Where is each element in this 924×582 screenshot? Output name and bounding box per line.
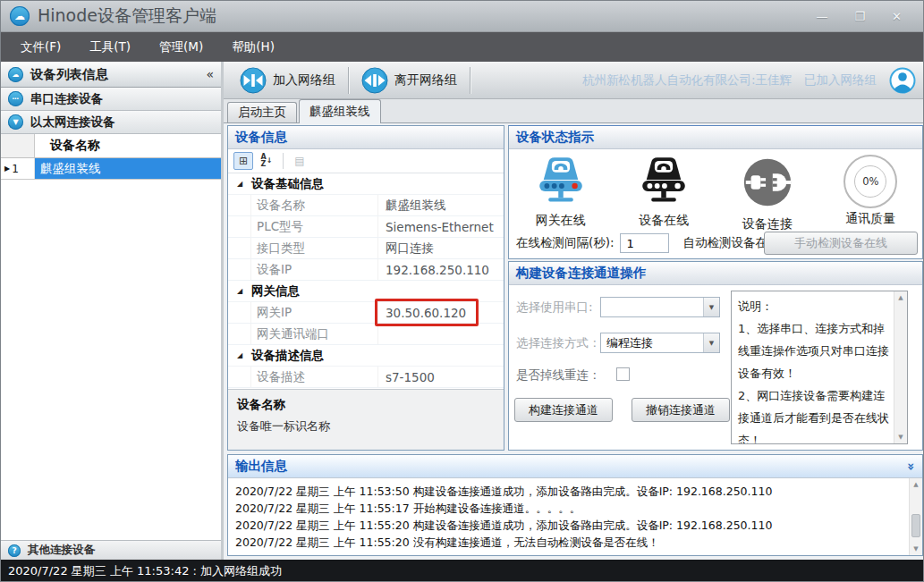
comm-quality-gauge: 0% <box>843 155 897 208</box>
sidebar-empty-area <box>1 180 221 540</box>
content-area: 加入网络组 离开网络组 杭州新松机器人自动化有限公司:王佳辉 <box>224 62 923 560</box>
reconnect-checkbox[interactable] <box>616 367 630 381</box>
scroll-down-icon[interactable]: ▼ <box>894 431 907 443</box>
status-indicator-label: 网关在线 <box>536 213 586 229</box>
close-button[interactable]: ✕ <box>892 10 902 23</box>
toolbar-separator <box>470 67 470 94</box>
property-row[interactable]: PLC型号Siemens-Ethernet <box>228 216 504 238</box>
sidebar-collapse-button[interactable]: « <box>206 67 214 81</box>
device-list-icon: ☁ <box>8 67 23 82</box>
scroll-up-icon[interactable]: ▲ <box>910 478 922 491</box>
status-indicator-label: 设备在线 <box>639 213 689 229</box>
menu-item[interactable]: 文件(F) <box>6 32 75 62</box>
property-value[interactable]: 网口连接 <box>378 238 504 258</box>
property-category-name: 网关信息 <box>251 283 300 299</box>
collapse-output-icon[interactable]: » <box>903 462 918 470</box>
property-row[interactable]: 设备描述s7-1500 <box>228 367 504 388</box>
device-info-panel: 设备信息 ⊞ AZ↓ ▤ ◢设备基础信息设备名称麒盛组装线PLC型号Siemen… <box>227 125 504 451</box>
device-table-row[interactable]: ▶1麒盛组装线 <box>1 158 221 179</box>
other-devices-label: 其他连接设备 <box>28 543 95 558</box>
property-pages-icon: ▤ <box>290 152 309 170</box>
tab[interactable]: 启动主页 <box>227 102 297 122</box>
property-row[interactable]: 接口类型网口连接 <box>228 238 504 259</box>
row-selector-cell: ▶1 <box>1 158 35 179</box>
tab-active[interactable]: 麒盛组装线 <box>299 99 381 123</box>
status-indicators: 网关在线 设备在线 设备连接 0%通讯质量 <box>509 149 922 232</box>
status-indicator: 网关在线 <box>509 149 613 232</box>
scroll-up-icon[interactable]: ▲ <box>894 291 907 304</box>
property-row[interactable]: 网关IP30.50.60.120 <box>228 302 504 324</box>
menu-item[interactable]: 管理(M) <box>145 32 217 62</box>
instruction-line: 1、选择串口、连接方式和掉线重连操作选项只对串口连接设备有效！ <box>738 317 892 384</box>
alphabetical-sort-icon[interactable]: AZ↓ <box>257 152 276 170</box>
join-network-group-button[interactable]: 加入网络组 <box>229 64 346 97</box>
menu-item[interactable]: 工具(T) <box>75 32 145 62</box>
property-label: 网关通讯端口 <box>251 324 378 344</box>
minimize-button[interactable]: — <box>816 10 827 23</box>
gateway-online-icon <box>531 155 590 210</box>
property-row-gutter <box>228 302 251 323</box>
property-value[interactable]: Siemens-Ethernet <box>378 216 504 237</box>
instructions-box: 说明：1、选择串口、连接方式和掉线重连操作选项只对串口连接设备有效！2、网口连接… <box>731 291 908 444</box>
scrollbar-thumb[interactable] <box>911 514 920 537</box>
manual-detect-button: 手动检测设备在线 <box>764 232 918 255</box>
output-scrollbar[interactable]: ▲ ▼ <box>909 478 922 555</box>
property-description-text: 设备唯一标识名称 <box>237 418 495 434</box>
property-category-row[interactable]: ◢设备基础信息 <box>228 173 504 195</box>
instruction-line: 说明： <box>738 295 892 317</box>
window-title: Hinode设备管理客户端 <box>38 4 216 28</box>
property-value-text: 30.50.60.120 <box>386 306 466 320</box>
output-panel: 输出信息 » 2020/7/22 星期三 上午 11:53:50 构建设备连接通… <box>227 454 923 556</box>
app-window: ☁ Hinode设备管理客户端 — ❐ ✕ 文件(F)工具(T)管理(M)帮助(… <box>0 0 924 582</box>
connect-mode-label: 选择连接方式： <box>516 335 601 351</box>
app-logo-icon: ☁ <box>10 6 30 26</box>
property-label: 设备IP <box>251 259 378 280</box>
property-label: 设备名称 <box>251 195 378 215</box>
property-description-title: 设备名称 <box>237 397 495 413</box>
network-status-text: 已加入网络组 <box>804 72 877 89</box>
property-row-gutter <box>228 216 251 237</box>
property-category-name: 设备基础信息 <box>251 176 324 192</box>
property-value[interactable]: 30.50.60.120 <box>378 302 504 323</box>
property-value[interactable]: s7-1500 <box>378 367 504 387</box>
connect-mode-combo[interactable]: 编程连接 ▼ <box>600 333 720 353</box>
property-value[interactable]: 192.168.250.110 <box>378 259 504 280</box>
status-indicator: 设备连接 <box>716 149 819 232</box>
scroll-down-icon[interactable]: ▼ <box>910 543 922 555</box>
property-row[interactable]: 设备IP192.168.250.110 <box>228 259 504 281</box>
property-category-row[interactable]: ◢设备描述信息 <box>228 345 504 367</box>
serial-devices-icon: ⋯ <box>8 91 23 106</box>
sidebar-item-other-devices[interactable]: ? 其他连接设备 <box>1 540 221 560</box>
instructions-scrollbar[interactable]: ▲ ▼ <box>894 291 907 443</box>
ethernet-devices-icon: ▼ <box>8 114 23 130</box>
property-row[interactable]: 网关通讯端口 <box>228 324 504 345</box>
company-user-text: 杭州新松机器人自动化有限公司:王佳辉 <box>582 72 792 89</box>
property-category-row[interactable]: ◢网关信息 <box>228 281 504 302</box>
toolbar-separator <box>348 67 349 94</box>
property-row[interactable]: 设备名称麒盛组装线 <box>228 195 504 216</box>
status-indicator: 0%通讯质量 <box>819 149 923 232</box>
device-status-title: 设备状态指示 <box>516 129 594 146</box>
property-value[interactable] <box>378 324 504 344</box>
sidebar-groups: ⋯串口连接设备▼以太网连接设备 <box>1 88 221 134</box>
property-grid: ◢设备基础信息设备名称麒盛组装线PLC型号Siemens-Ethernet接口类… <box>228 173 504 389</box>
status-indicator-label: 通讯质量 <box>845 211 895 227</box>
status-bar-text: 2020/7/22 星期三 上午 11:53:42 : 加入网络组成功 <box>8 563 282 579</box>
user-status: 杭州新松机器人自动化有限公司:王佳辉 已加入网络组 <box>582 67 918 94</box>
join-network-label: 加入网络组 <box>273 72 335 89</box>
property-value[interactable]: 麒盛组装线 <box>378 195 504 215</box>
menu-item[interactable]: 帮助(H) <box>217 32 289 62</box>
property-row-gutter <box>228 367 251 387</box>
sidebar-item[interactable]: ▼以太网连接设备 <box>1 111 221 134</box>
revoke-channel-button[interactable]: 撤销连接通道 <box>632 398 730 422</box>
sidebar-item[interactable]: ⋯串口连接设备 <box>1 88 221 111</box>
build-channel-button[interactable]: 构建连接通道 <box>514 398 613 422</box>
leave-network-group-button[interactable]: 离开网络组 <box>351 64 468 97</box>
device-info-title: 设备信息 <box>235 129 287 146</box>
interval-input[interactable] <box>620 233 669 253</box>
maximize-button[interactable]: ❐ <box>854 10 865 23</box>
categorized-view-icon[interactable]: ⊞ <box>233 152 253 170</box>
device-online-icon <box>634 155 693 210</box>
property-category-name: 设备描述信息 <box>251 348 324 364</box>
workspace: 设备信息 ⊞ AZ↓ ▤ ◢设备基础信息设备名称麒盛组装线PLC型号Siemen… <box>224 123 923 560</box>
